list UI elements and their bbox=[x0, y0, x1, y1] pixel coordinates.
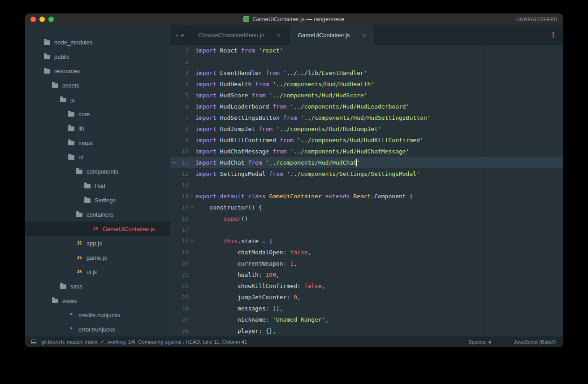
line-number: 3 bbox=[178, 67, 189, 79]
code-token: EventHandler bbox=[216, 70, 266, 76]
code-token: import bbox=[195, 159, 216, 166]
minimize-window-button[interactable] bbox=[39, 17, 45, 22]
code-line-1[interactable]: 1import React from 'react' bbox=[170, 45, 563, 56]
sidebar-item-credits-nunjucks[interactable]: *credits.nunjucks bbox=[25, 308, 170, 322]
fold-arrow-icon[interactable]: ∨ bbox=[189, 236, 195, 247]
code-line-26[interactable]: 26 player: {}, bbox=[170, 325, 563, 336]
code-editor[interactable]: 1import React from 'react'23import Event… bbox=[170, 45, 563, 336]
tab-close-icon[interactable]: × bbox=[277, 32, 281, 39]
tab-gameuicontainer-js[interactable]: GameUiContainer.js× bbox=[289, 25, 375, 45]
sidebar-item-settings[interactable]: Settings bbox=[25, 193, 170, 207]
code-line-2[interactable]: 2 bbox=[170, 56, 563, 67]
tab-close-icon[interactable]: × bbox=[363, 32, 367, 39]
sidebar-item-label: ui.js bbox=[86, 269, 97, 275]
sidebar-item-error-nunjucks[interactable]: *error.nunjucks bbox=[25, 322, 170, 336]
sidebar-item-resources[interactable]: resources bbox=[25, 64, 170, 78]
sidebar-item-maps[interactable]: maps bbox=[25, 135, 170, 150]
code-line-16[interactable]: 16 super() bbox=[170, 213, 563, 224]
code-text: currentWeapon: 1, bbox=[195, 258, 297, 269]
sidebar-item-views[interactable]: views bbox=[25, 293, 170, 308]
sidebar-item-core[interactable]: core bbox=[25, 107, 170, 121]
code-text: import HudChatMessage from '../component… bbox=[195, 146, 409, 157]
zoom-window-button[interactable] bbox=[48, 17, 54, 22]
indentation-setting[interactable]: Spaces: 4 bbox=[468, 339, 491, 345]
status-bar-right: Spaces: 4 JavaScript (Babel) bbox=[468, 339, 557, 345]
code-line-20[interactable]: 20 currentWeapon: 1, bbox=[170, 258, 563, 269]
sidebar-item-game-js[interactable]: JSgame.js bbox=[25, 250, 170, 265]
line-number: 12 bbox=[178, 168, 189, 179]
code-token: false bbox=[290, 249, 307, 256]
tab-choosecharactermenu-js[interactable]: ChooseCharacterMenu.js× bbox=[190, 25, 289, 45]
code-token: , bbox=[272, 327, 276, 334]
code-line-6[interactable]: 6import HudLeaderboard from '../componen… bbox=[170, 101, 563, 112]
tab-overflow-menu-icon[interactable]: ⋮ bbox=[544, 25, 563, 45]
sidebar-item-components[interactable]: components bbox=[25, 164, 170, 179]
status-panel-icon[interactable] bbox=[31, 340, 37, 344]
code-line-25[interactable]: 25 nickname: 'Unamed Ranger', bbox=[170, 314, 563, 325]
code-token bbox=[195, 238, 224, 244]
code-token: { bbox=[259, 204, 262, 211]
fold-arrow-icon[interactable]: ∨ bbox=[189, 202, 195, 213]
syntax-selector[interactable]: JavaScript (Babel) bbox=[514, 339, 556, 345]
sidebar-item-containers[interactable]: containers bbox=[25, 207, 170, 222]
tab-nav-arrows: ◂ ▸ bbox=[170, 25, 190, 45]
code-line-19[interactable]: 19 chatModalOpen: false, bbox=[170, 247, 563, 258]
code-token: '../components/Hud/HudLeaderboard' bbox=[290, 103, 409, 110]
code-text: player: {}, bbox=[195, 325, 276, 336]
sidebar-item-node-modules[interactable]: node_modules bbox=[25, 35, 170, 49]
code-token: import bbox=[195, 70, 216, 76]
line-number: 16 bbox=[178, 213, 189, 224]
sidebar-item-label: game.js bbox=[86, 254, 107, 261]
code-line-12[interactable]: 12import SettingsModal from '../componen… bbox=[170, 168, 563, 179]
sidebar-item-label: GameUiContainer.js bbox=[103, 226, 155, 232]
tab-scroll-left-icon[interactable]: ◂ bbox=[175, 32, 178, 38]
code-line-8[interactable]: 8import HudJumpJet from '../components/H… bbox=[170, 123, 563, 135]
code-token bbox=[262, 159, 266, 166]
code-line-24[interactable]: 24 messages: [], bbox=[170, 303, 563, 314]
main-area: node_modulespublicresourcesassetsjscorel… bbox=[25, 25, 563, 336]
code-token: {} bbox=[266, 327, 273, 334]
code-line-3[interactable]: 3import EventHandler from '../../lib/Eve… bbox=[170, 67, 563, 79]
sidebar-item-assets[interactable]: assets bbox=[25, 78, 170, 92]
code-line-13[interactable]: 13 bbox=[170, 179, 563, 191]
code-token: HudKillConfirmed bbox=[216, 137, 280, 144]
sidebar-file-tree[interactable]: node_modulespublicresourcesassetsjscorel… bbox=[25, 25, 170, 336]
sidebar-item-lib[interactable]: lib bbox=[25, 121, 170, 135]
gutter-spacer bbox=[170, 191, 178, 202]
code-line-17[interactable]: 17 bbox=[170, 224, 563, 236]
code-line-14[interactable]: 14∨export default class GameUiContainer … bbox=[170, 191, 563, 202]
folder-icon bbox=[68, 112, 74, 117]
code-line-11[interactable]: ↔11import HudChat from '../components/Hu… bbox=[170, 157, 563, 168]
code-line-15[interactable]: 15∨ constructor() { bbox=[170, 202, 563, 213]
close-window-button[interactable] bbox=[30, 17, 36, 22]
code-line-18[interactable]: 18∨ this.state = { bbox=[170, 236, 563, 247]
sidebar-item-ui-js[interactable]: JSui.js bbox=[25, 265, 170, 279]
code-line-5[interactable]: 5import HudScore from '../components/Hud… bbox=[170, 90, 563, 101]
tab-scroll-right-icon[interactable]: ▸ bbox=[182, 32, 184, 38]
line-number: 11 bbox=[178, 157, 189, 168]
code-token: HudChatMessage bbox=[216, 148, 272, 155]
code-token: [] bbox=[272, 305, 280, 312]
code-line-4[interactable]: 4import HudHealth from '../components/Hu… bbox=[170, 79, 563, 90]
code-line-7[interactable]: 7import HudSettingsButton from '../compo… bbox=[170, 112, 563, 123]
sidebar-item-public[interactable]: public bbox=[25, 49, 170, 64]
code-line-10[interactable]: 10import HudChatMessage from '../compone… bbox=[170, 146, 563, 157]
fold-spacer bbox=[189, 56, 195, 67]
sidebar-item-app-js[interactable]: JSapp.js bbox=[25, 236, 170, 250]
sidebar-item-label: node_modules bbox=[54, 39, 92, 46]
code-line-22[interactable]: 22 showKillConfirmed: false, bbox=[170, 280, 563, 292]
sidebar-item-ui[interactable]: ui bbox=[25, 150, 170, 164]
code-token: , bbox=[297, 294, 301, 301]
folder-icon bbox=[60, 98, 66, 102]
window-titlebar[interactable]: GameUiContainer.js — rangersteve UNREGIS… bbox=[25, 13, 563, 25]
fold-arrow-icon[interactable]: ∨ bbox=[189, 191, 195, 202]
code-line-9[interactable]: 9import HudKillConfirmed from '../compon… bbox=[170, 135, 563, 146]
sidebar-item-hud[interactable]: Hud bbox=[25, 179, 170, 193]
sidebar-item-sass[interactable]: sass bbox=[25, 279, 170, 293]
sidebar-item-gameuicontainer-js[interactable]: JSGameUiContainer.js bbox=[25, 222, 170, 236]
javascript-file-icon: JS bbox=[76, 270, 82, 274]
code-token: import bbox=[195, 170, 216, 177]
code-line-23[interactable]: 23 jumpJetCounter: 0, bbox=[170, 292, 563, 303]
sidebar-item-js[interactable]: js bbox=[25, 92, 170, 107]
code-line-21[interactable]: 21 health: 100, bbox=[170, 269, 563, 280]
